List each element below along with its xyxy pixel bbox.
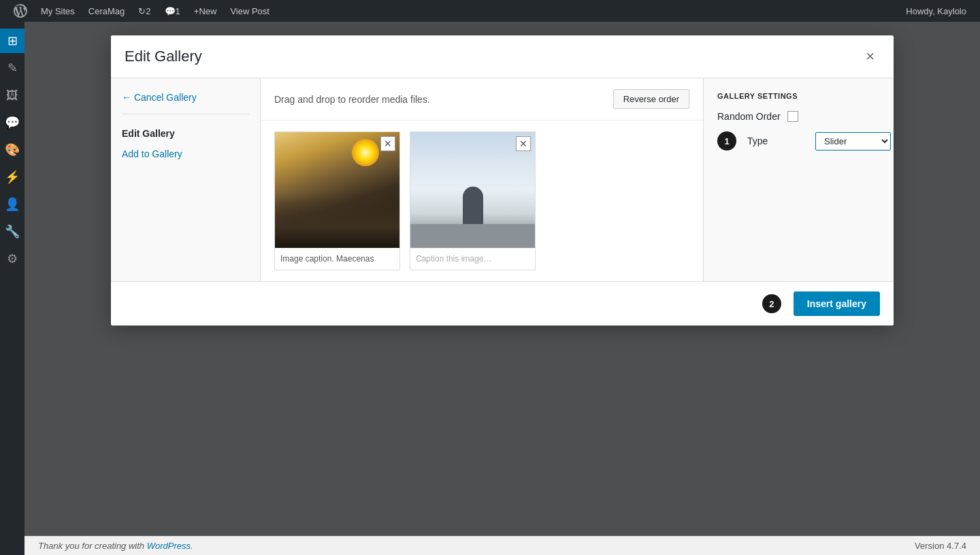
reverse-order-button[interactable]: Reverse order xyxy=(613,89,689,109)
gallery-item[interactable]: ✕ xyxy=(410,131,536,270)
sidebar-icon-comments[interactable]: 💬 xyxy=(0,110,24,135)
sidebar-icon-settings[interactable]: ⚙ xyxy=(0,247,24,271)
modal-title: Edit Gallery xyxy=(125,48,202,65)
site-name-button[interactable]: CeraMag xyxy=(82,0,131,22)
sidebar-title: Edit Gallery xyxy=(122,128,249,139)
toolbar-hint: Drag and drop to reorder media files. xyxy=(274,94,430,105)
settings-title: GALLERY SETTINGS xyxy=(717,92,880,100)
gallery-item[interactable]: ✕ xyxy=(274,131,400,270)
gallery-item-2-caption xyxy=(410,248,535,270)
wordpress-link[interactable]: WordPress. xyxy=(147,541,193,551)
gallery-item-2-caption-input[interactable] xyxy=(416,254,529,264)
step-2-badge: 2 xyxy=(762,294,781,313)
sidebar-icon-posts[interactable]: ✎ xyxy=(0,56,24,80)
modal-sidebar: ← Cancel Gallery Edit Gallery Add to Gal… xyxy=(111,78,261,281)
sidebar-icon-users[interactable]: 👤 xyxy=(0,192,24,217)
insert-gallery-button[interactable]: Insert gallery xyxy=(794,291,880,316)
gallery-settings-panel: GALLERY SETTINGS Random Order 1 Type Sli… xyxy=(703,78,894,281)
new-content-button[interactable]: + New xyxy=(187,0,224,22)
view-post-button[interactable]: View Post xyxy=(223,0,276,22)
page-footer: Thank you for creating with WordPress. V… xyxy=(24,536,980,555)
gallery-item-1-caption xyxy=(275,248,399,270)
cancel-gallery-link[interactable]: ← Cancel Gallery xyxy=(122,92,249,114)
type-select[interactable]: Slider Default Tiled Mosaic Square Tiles xyxy=(815,132,891,150)
sidebar-icon-dashboard[interactable]: ⊞ xyxy=(0,29,24,53)
modal-header: Edit Gallery × xyxy=(111,35,894,78)
close-button[interactable]: × xyxy=(860,46,880,67)
updates-button[interactable]: ↻ 2 xyxy=(131,0,157,22)
add-to-gallery-link[interactable]: Add to Gallery xyxy=(122,147,249,161)
modal-overlay: Edit Gallery × ← Cancel Gallery Edit Gal… xyxy=(24,22,980,555)
sidebar-icon-media[interactable]: 🖼 xyxy=(0,83,24,108)
my-sites-button[interactable]: My Sites xyxy=(34,0,82,22)
sidebar-icon-plugins[interactable]: ⚡ xyxy=(0,165,24,189)
random-order-label: Random Order xyxy=(717,111,781,122)
modal-body: ← Cancel Gallery Edit Gallery Add to Gal… xyxy=(111,78,894,281)
version-label: Version 4.7.4 xyxy=(915,541,966,551)
comments-button[interactable]: 💬 1 xyxy=(158,0,187,22)
wp-logo-button[interactable] xyxy=(7,0,34,22)
wp-sidebar: ⊞ ✎ 🖼 💬 🎨 ⚡ 👤 🔧 ⚙ xyxy=(0,22,24,555)
random-order-row: Random Order xyxy=(717,111,880,122)
remove-item-1-button[interactable]: ✕ xyxy=(380,136,395,151)
content-toolbar: Drag and drop to reorder media files. Re… xyxy=(261,78,703,121)
step-1-badge: 1 xyxy=(717,131,736,150)
type-row: 1 Type Slider Default Tiled Mosaic Squar… xyxy=(717,131,880,150)
admin-bar-right: Howdy, Kaylolo xyxy=(899,0,973,22)
modal-footer: 2 Insert gallery xyxy=(111,281,894,326)
type-label: Type xyxy=(747,136,808,146)
sidebar-icon-tools[interactable]: 🔧 xyxy=(0,219,24,244)
modal-content-area: Drag and drop to reorder media files. Re… xyxy=(261,78,703,281)
sidebar-icon-appearance[interactable]: 🎨 xyxy=(0,138,24,162)
random-order-checkbox[interactable] xyxy=(787,111,798,122)
gallery-area: ✕ ✕ xyxy=(261,121,703,281)
edit-gallery-modal: Edit Gallery × ← Cancel Gallery Edit Gal… xyxy=(111,35,894,326)
gallery-item-1-caption-input[interactable] xyxy=(280,254,394,264)
footer-thank-you: Thank you for creating with WordPress. xyxy=(38,541,193,551)
admin-bar: My Sites CeraMag ↻ 2 💬 1 + New View Post… xyxy=(0,0,980,22)
remove-item-2-button[interactable]: ✕ xyxy=(516,136,531,151)
howdy-label[interactable]: Howdy, Kaylolo xyxy=(899,0,973,22)
